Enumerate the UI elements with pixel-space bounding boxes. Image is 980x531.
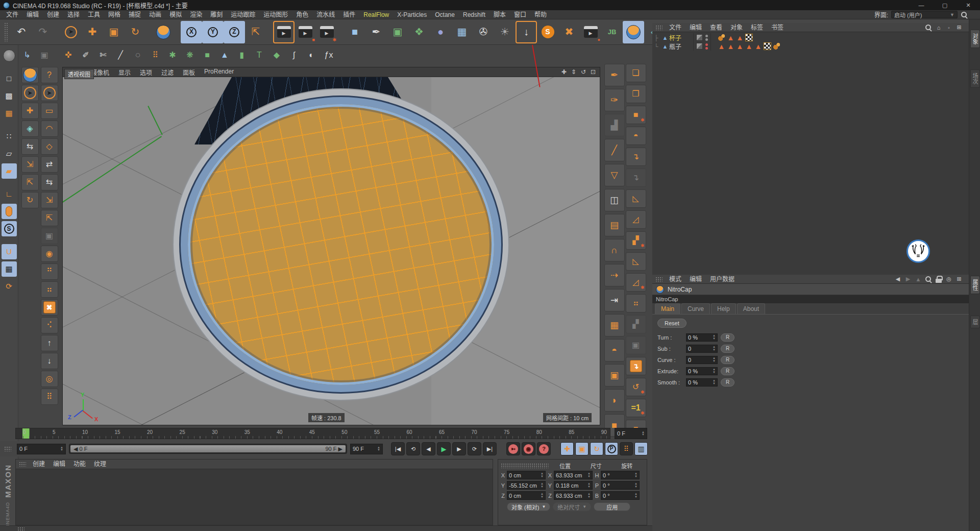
edges-mode[interactable]: ▱ [2,146,17,161]
cloner-object[interactable]: ❖ [408,21,430,43]
标签[interactable]: 标签 [747,23,767,32]
render-settings[interactable]: ▶✱ [316,21,337,43]
redo-button[interactable]: ↷ [32,21,54,43]
field-reset-button[interactable]: R [721,333,734,342]
frame-range-slider[interactable]: ◀ 0 F 90 F ▶ [69,444,347,454]
spinner-arrows-icon[interactable]: ▲▼ [642,431,645,437]
spinner-arrows-icon[interactable]: ▲▼ [713,368,716,374]
grow-selection[interactable]: ↑ [41,335,58,351]
nitro-globe-tool[interactable] [153,21,174,43]
selection-to-grid[interactable]: ⇲ [41,192,58,208]
创建[interactable]: 创建 [29,460,49,469]
grid-to-selection[interactable]: ⇱ [41,210,58,226]
帮助[interactable]: 帮助 [530,10,551,19]
platonic-tool[interactable]: ▲ [216,46,233,64]
line-cut-tool[interactable]: ╱ [112,46,129,64]
attribute-section-bar[interactable]: NitroCap [652,295,969,303]
nitrocap-object-icon[interactable]: ▲ [661,35,669,41]
search-icon[interactable] [925,276,932,283]
lock-z-axis[interactable]: Z [224,21,245,43]
spinner-arrows-icon[interactable]: ▲▼ [60,446,63,452]
spin-edge-tool[interactable]: ↴ [626,357,646,375]
object-tag[interactable] [718,42,725,50]
field-input[interactable]: 0 %▲▼ [686,378,718,387]
camera-object[interactable]: ✇ [473,21,494,43]
filter-icon[interactable]: ◦ [945,24,952,31]
功能[interactable]: 功能 [69,460,90,469]
coordinate-system[interactable]: ⇱ [245,21,266,43]
object-tag[interactable] [745,42,753,50]
窗口[interactable]: 窗口 [510,10,530,19]
parent-icon[interactable]: ▲ [915,276,922,283]
retriangulate-tool[interactable]: ◺ [626,252,646,271]
goto-end-button[interactable]: ▶| [483,442,497,455]
tab-objects[interactable]: 对象 [970,30,980,48]
optimize-tool[interactable]: ↺✱ [626,378,646,396]
雕刻[interactable]: 雕刻 [206,10,227,19]
visibility-toggle[interactable] [696,43,703,50]
center-axis-tool[interactable]: =1✱ [626,399,646,417]
position-input[interactable]: 0 cm▲▼ [507,491,546,500]
visibility-toggle[interactable] [696,34,703,41]
prism-tool[interactable]: ◆ [268,46,285,64]
object-tag[interactable] [764,42,771,50]
面板[interactable]: 面板 [178,68,200,77]
ghost-cube-tool[interactable]: ▣ [36,46,53,64]
triangulate-settings[interactable]: ◿✱ [626,273,646,292]
polygon-pen-tool[interactable]: ✒ [604,64,625,86]
Main[interactable]: Main [655,303,680,314]
lasso-selection[interactable]: ◠ [41,120,58,137]
undo-button[interactable]: ↶ [11,21,32,43]
模式[interactable]: 模式 [665,275,685,284]
field-input[interactable]: 0▲▼ [686,356,718,364]
Help[interactable]: Help [711,303,736,314]
渲染[interactable]: 渲染 [186,10,206,19]
spinner-arrows-icon[interactable]: ▲▼ [713,334,716,340]
xpresso-tool[interactable]: ƒx [320,46,337,64]
melt-tool[interactable]: ◗ [604,389,625,412]
add-panel-icon[interactable]: ⊞ [955,276,963,283]
rotation-input[interactable]: 0 °▲▼ [601,471,640,479]
工具[interactable]: 工具 [84,10,104,19]
Octane[interactable]: Octane [431,10,459,19]
spinner-arrows-icon[interactable]: ▲▼ [713,357,716,363]
spinner-arrows-icon[interactable]: ▲▼ [634,472,638,478]
nitrocap-object-icon[interactable]: ▲ [661,43,669,50]
live-selection[interactable]: ➤ [41,85,58,101]
object-tag[interactable] [773,42,780,50]
knife-tool[interactable]: ╱ [604,139,625,161]
workplane-lock[interactable]: ▦ [2,261,17,277]
transport-grip[interactable] [4,446,11,451]
脚本[interactable]: 脚本 [489,10,510,19]
spinner-arrows-icon[interactable]: ▲▼ [634,482,638,488]
用户数据[interactable]: 用户数据 [706,275,739,284]
magnet-tool[interactable]: U [2,244,17,259]
axis-mode[interactable]: ∟ [2,186,17,202]
size-input[interactable]: 63.933 cm▲▼ [554,491,593,500]
matrix-dots-tool[interactable]: ⠿ [146,46,164,64]
position-input[interactable]: 0 cm▲▼ [507,471,546,479]
points-mode[interactable]: ∷ [2,129,17,144]
spinner-arrows-icon[interactable]: ▲▼ [541,493,544,498]
toolbar-grip[interactable] [4,22,9,42]
viewport-pan-icon[interactable]: ✚ [561,68,567,76]
maximize-button[interactable]: ▢ [933,0,957,10]
invert-selection[interactable]: ✖ [41,299,58,316]
对象[interactable]: 对象 [726,23,747,32]
cap-fill-tool[interactable]: ◓ [604,339,625,361]
subdivision-surface[interactable]: ▣ [387,21,408,43]
object-row[interactable]: ├ ▲ 杯子 [652,33,969,42]
selection-to-grid[interactable]: ⇲ [21,156,39,173]
tab-layers[interactable]: 层 [970,316,980,328]
loop-button[interactable]: ⟳ [468,442,481,455]
subdivide-tool[interactable]: ↴ [626,148,646,166]
point-selection[interactable]: ⠛ [41,263,58,280]
x-particles-tool[interactable]: ✖ [558,21,580,43]
shrink-selection[interactable]: ↓ [41,353,58,369]
timeline-ruler[interactable]: 051015202530354045505560657075808590 [15,428,610,439]
gravity-object[interactable]: ↓ [516,21,537,43]
next-frame-button[interactable]: ▶ [452,442,466,455]
field-reset-button[interactable]: R [721,345,734,353]
spinner-arrows-icon[interactable]: ▲▼ [541,482,544,488]
play-backwards-button[interactable]: ⟲ [406,442,420,455]
